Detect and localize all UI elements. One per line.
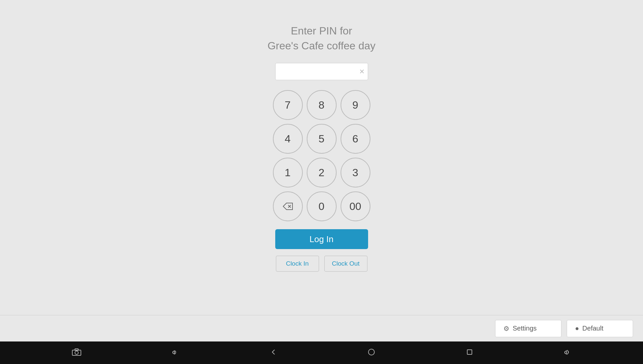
num-btn-2[interactable]: 2 <box>307 158 337 187</box>
nav-back-icon[interactable] <box>270 348 277 358</box>
svg-rect-8 <box>467 350 472 354</box>
nav-camera-icon[interactable] <box>72 348 81 358</box>
clock-buttons: Clock In Clock Out <box>276 256 367 272</box>
num-btn-8[interactable]: 8 <box>307 90 337 120</box>
svg-point-3 <box>75 351 78 354</box>
num-btn-4[interactable]: 4 <box>273 124 303 154</box>
clock-in-label: Clock In <box>286 260 309 267</box>
bottom-bar: ⚙ Settings ● Default <box>0 315 643 341</box>
backspace-button[interactable] <box>273 191 303 221</box>
pin-input-wrapper: ✕ <box>275 63 368 80</box>
svg-marker-9 <box>565 351 566 354</box>
clock-out-label: Clock Out <box>332 260 359 267</box>
svg-rect-4 <box>75 349 78 350</box>
num-btn-9[interactable]: 9 <box>341 90 370 120</box>
page-title: Enter PIN for Gree's Cafe coffee day <box>268 24 376 53</box>
title-line2: Gree's Cafe coffee day <box>268 40 376 52</box>
num-btn-6[interactable]: 6 <box>341 124 370 154</box>
location-icon: ● <box>575 325 579 332</box>
num-btn-00[interactable]: 00 <box>341 191 370 221</box>
nav-recents-icon[interactable] <box>466 348 473 358</box>
numpad: 7 8 9 4 5 6 1 2 3 0 00 <box>273 90 370 221</box>
nav-home-icon[interactable] <box>368 348 375 358</box>
title-line1: Enter PIN for <box>291 25 352 37</box>
svg-marker-5 <box>173 351 174 354</box>
main-area: Enter PIN for Gree's Cafe coffee day ✕ 7… <box>0 0 643 315</box>
location-label: Default <box>582 325 603 332</box>
nav-volume-down-icon[interactable] <box>172 348 179 358</box>
android-nav-bar <box>0 341 643 364</box>
clear-icon[interactable]: ✕ <box>359 68 365 76</box>
num-btn-3[interactable]: 3 <box>341 158 370 187</box>
num-btn-1[interactable]: 1 <box>273 158 303 187</box>
pin-input[interactable] <box>275 63 368 80</box>
nav-volume-up-icon[interactable] <box>564 348 571 358</box>
location-button[interactable]: ● Default <box>567 320 633 337</box>
clock-in-button[interactable]: Clock In <box>276 256 319 272</box>
settings-label: Settings <box>513 325 537 332</box>
login-label: Log In <box>309 234 333 244</box>
num-btn-5[interactable]: 5 <box>307 124 337 154</box>
num-btn-0[interactable]: 0 <box>307 191 337 221</box>
svg-point-7 <box>368 349 374 355</box>
login-button[interactable]: Log In <box>275 229 368 249</box>
clock-out-button[interactable]: Clock Out <box>324 256 367 272</box>
settings-button[interactable]: ⚙ Settings <box>495 320 561 337</box>
settings-icon: ⚙ <box>503 325 509 333</box>
num-btn-7[interactable]: 7 <box>273 90 303 120</box>
